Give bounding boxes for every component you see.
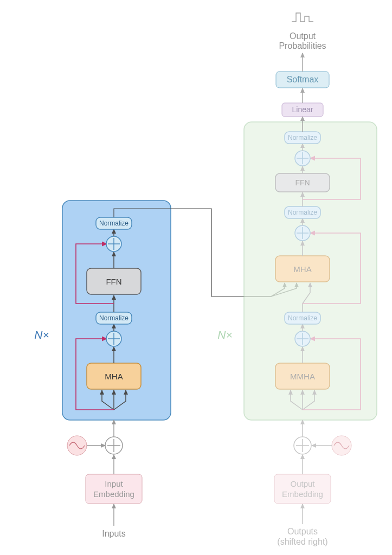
output-embedding-label-1: Output	[290, 479, 315, 488]
transformer-diagram: Inputs Input Embedding MHA	[0, 0, 392, 555]
encoder-add1-icon	[106, 331, 121, 346]
inputs-label: Inputs	[102, 529, 126, 538]
output-head: Linear Softmax Output Probabilities	[276, 13, 329, 132]
input-embedding-label-1: Input	[105, 479, 123, 488]
linear-label: Linear	[292, 105, 313, 114]
outputs-label-1: Outputs	[287, 527, 318, 536]
decoder-add2-icon	[295, 225, 310, 241]
decoder-repeat-label: N×	[217, 328, 232, 341]
decoder-stack: Outputs (shifted right) Output Embedding…	[217, 122, 377, 546]
encoder-norm2-label: Normalize	[99, 220, 128, 227]
decoder-ffn-label: FFN	[295, 178, 310, 187]
decoder-norm2-label: Normalize	[288, 209, 317, 216]
output-embedding-label-2: Embedding	[282, 489, 323, 499]
encoder-input-add-icon	[105, 437, 123, 454]
output-prob-label-1: Output	[290, 31, 316, 41]
decoder-input-add-icon	[294, 437, 311, 454]
decoder-norm1-label: Normalize	[288, 314, 317, 322]
decoder-mha-label: MHA	[293, 264, 311, 274]
input-embedding-label-2: Embedding	[93, 489, 134, 499]
positional-encoding-icon-right	[332, 436, 351, 455]
encoder-norm1-label: Normalize	[99, 314, 128, 322]
encoder-ffn-label: FFN	[106, 277, 121, 286]
output-prob-label-2: Probabilities	[279, 41, 326, 50]
decoder-norm3-label: Normalize	[288, 134, 317, 141]
distribution-icon	[292, 13, 313, 22]
outputs-label-2: (shifted right)	[277, 537, 327, 546]
encoder-repeat-label: N×	[34, 328, 49, 341]
positional-encoding-icon	[67, 436, 87, 455]
decoder-mmha-label: MMHA	[290, 372, 315, 381]
encoder-add2-icon	[106, 236, 121, 251]
softmax-label: Softmax	[287, 75, 319, 84]
encoder-mha-label: MHA	[105, 372, 123, 381]
decoder-add1-icon	[295, 331, 310, 346]
decoder-add3-icon	[295, 151, 310, 166]
